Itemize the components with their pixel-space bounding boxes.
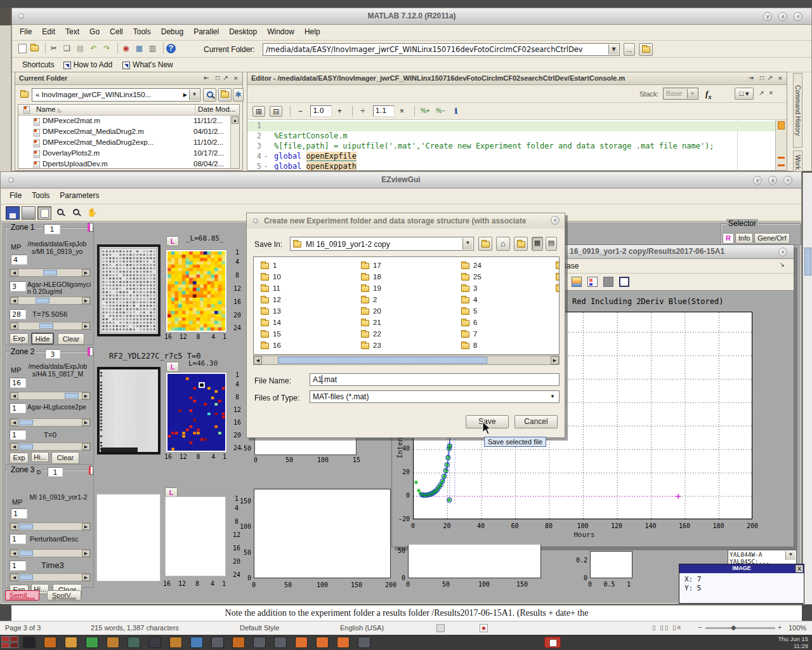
selection-mode-icon[interactable] [436, 624, 445, 632]
matlab-menu-window[interactable]: Window [267, 27, 294, 36]
file-row[interactable]: DpertsUploadDev.m08/04/2... [18, 159, 230, 169]
pan-icon[interactable]: ✋ [85, 206, 99, 220]
editor-view-button[interactable]: □ ▾ [735, 88, 754, 100]
code-area[interactable]: 12%EstartConsole.m3%[file,path] = uiputf… [247, 120, 775, 170]
zone2-mp-scrollbar[interactable]: ◀▶ [10, 392, 91, 400]
zone2-heatmap[interactable] [166, 373, 226, 452]
semilog-button[interactable]: SemiL... [5, 590, 39, 600]
writer-doc-taskbar-icon[interactable] [190, 637, 203, 648]
folder-item[interactable]: 21 [361, 318, 381, 328]
folder-item[interactable]: 17 [361, 261, 381, 271]
folder-item[interactable]: 20 [361, 307, 381, 317]
firefox-1-taskbar-icon[interactable] [295, 637, 308, 648]
cut-icon[interactable]: ✂ [48, 43, 59, 54]
maximize-icon[interactable]: ∧ [778, 12, 787, 21]
zone1-corner-icon[interactable] [88, 223, 93, 232]
matlab-titlebar[interactable]: MATLAB 7.12.0 (R2011a) ∨ ∧ × [12, 8, 811, 25]
breadcrumb[interactable]: « InovImager_jwrCF_WINLinx150... ▶ ▼ [32, 88, 200, 102]
zone2-time-field[interactable]: 1 [10, 430, 26, 440]
info-icon[interactable]: ℹ [450, 106, 461, 117]
folder-list[interactable]: 1101112131415161718192202122232425345678 [253, 256, 560, 355]
folder-item[interactable]: 5 [461, 307, 477, 317]
file-manager-taskbar-icon[interactable] [65, 637, 77, 648]
name-column-header[interactable]: Name ◺ [36, 105, 62, 113]
folder-item[interactable]: 15 [261, 329, 281, 340]
save-icon[interactable] [6, 206, 20, 220]
copy-icon[interactable]: ❏ [62, 43, 72, 54]
editor-scrollbar[interactable] [775, 120, 787, 170]
shortcut-item[interactable]: What's New [133, 60, 173, 69]
ezview-menu-file[interactable]: File [10, 191, 22, 200]
dock-icon[interactable]: ⇤ [204, 74, 209, 81]
zone2-index-field[interactable]: 3 [45, 349, 60, 359]
selector-button-info[interactable]: Info [735, 233, 753, 244]
chevron-down-icon[interactable]: ▼ [608, 44, 619, 55]
zone3-corner-icon[interactable] [89, 466, 93, 475]
open-folder-icon[interactable] [29, 43, 40, 54]
home-icon[interactable]: ⌂ [496, 237, 510, 251]
clock[interactable]: Thu Jun 15 11:29 [778, 635, 808, 649]
zoom-out-icon[interactable]: − [69, 206, 83, 220]
simulink-icon[interactable]: ◉ [121, 43, 131, 54]
matlab-2-taskbar-icon[interactable] [232, 637, 245, 648]
editor-panel-header[interactable]: Editor - /media/data/EASY/InovImager_jwr… [247, 72, 787, 85]
redo-icon[interactable]: ↷ [102, 43, 112, 54]
command-history-tab[interactable]: Command History [793, 73, 802, 148]
breadcrumb-arrow-icon[interactable]: ▶ [183, 89, 187, 101]
plot-tools-icon[interactable] [587, 277, 598, 287]
zone1-index-field[interactable]: 1 [44, 224, 60, 234]
search-button[interactable] [203, 88, 216, 102]
divide-icon[interactable]: ÷ [357, 106, 368, 117]
scroll-up-icon[interactable]: ▲ [232, 116, 239, 124]
zone1-heatmap[interactable] [166, 250, 226, 332]
firefox-2-taskbar-icon[interactable] [316, 637, 329, 648]
close-icon[interactable]: × [551, 216, 560, 225]
selector-button-geneorf[interactable]: Gene/Orf [754, 233, 789, 244]
status-page[interactable]: Page 3 of 3 [5, 624, 41, 632]
window-menu-icon[interactable] [253, 218, 258, 223]
dialog-titlebar[interactable]: Create new Experiment folder and data st… [247, 213, 565, 229]
code-line[interactable]: 4-global openExpfile [247, 152, 775, 162]
shortcuts-label[interactable]: Shortcuts [22, 60, 55, 69]
chevron-down-icon[interactable]: ▼ [189, 90, 199, 100]
undock-icon[interactable]: ↗ [223, 74, 228, 81]
code-line[interactable]: 2%EstartConsole.m [247, 131, 775, 142]
selector-button-r[interactable]: R [723, 233, 734, 244]
folder-item[interactable]: 11 [261, 284, 280, 294]
folder-item[interactable]: 12 [261, 295, 281, 305]
dock-icon[interactable]: ⇥ [749, 74, 754, 81]
matlab-menu-cell[interactable]: Cell [110, 27, 123, 36]
legend-icon[interactable] [37, 206, 51, 220]
gray-button-icon[interactable] [603, 277, 613, 287]
save-in-combobox[interactable]: MI 16_0919_yor1-2 copy ▼ [290, 237, 474, 251]
zone1-media-scrollbar[interactable]: ◀▶ [10, 296, 91, 305]
zoom-out-icon[interactable]: − [698, 623, 702, 631]
guide-icon[interactable]: ▦ [134, 43, 145, 54]
fx-icon[interactable]: fx [705, 89, 712, 100]
maximize-panel-icon[interactable]: □ [216, 74, 219, 81]
close-icon[interactable]: × [783, 176, 792, 185]
folder-2-taskbar-icon[interactable] [169, 637, 182, 648]
print-icon[interactable] [22, 206, 36, 220]
colormap-icon[interactable] [572, 277, 582, 287]
zone1-exp-button[interactable]: Exp [10, 333, 29, 344]
cell-value-field[interactable]: 1.0 [310, 105, 332, 117]
zone3-index-field[interactable]: 1 [48, 467, 63, 477]
percent-minus-icon[interactable]: %− [435, 106, 446, 117]
folder-item[interactable]: 3 [461, 284, 477, 294]
zone1-plate-image[interactable] [97, 244, 160, 336]
list-view-icon[interactable]: ▤ [546, 237, 557, 251]
zone1-media-field[interactable]: 3 [10, 281, 26, 291]
terminal-taskbar-icon[interactable] [23, 637, 36, 648]
folder-item-cut[interactable] [556, 261, 560, 271]
document-modified-icon[interactable]: ✱ [480, 624, 488, 632]
file-row[interactable]: DMPexcel2mat_MediaDrug2.m04/01/2... [18, 126, 230, 137]
writer-active-taskbar-icon[interactable] [544, 637, 561, 648]
matlab-menu-file[interactable]: File [20, 27, 32, 36]
firefox-3-taskbar-icon[interactable] [337, 637, 350, 648]
file-name-input[interactable]: A1.mat [310, 373, 560, 386]
status-words[interactable]: 215 words, 1,387 characters [91, 624, 179, 632]
new-document-icon[interactable] [18, 44, 27, 53]
folder-item[interactable]: 18 [361, 272, 381, 282]
axes-icon[interactable] [619, 277, 629, 287]
